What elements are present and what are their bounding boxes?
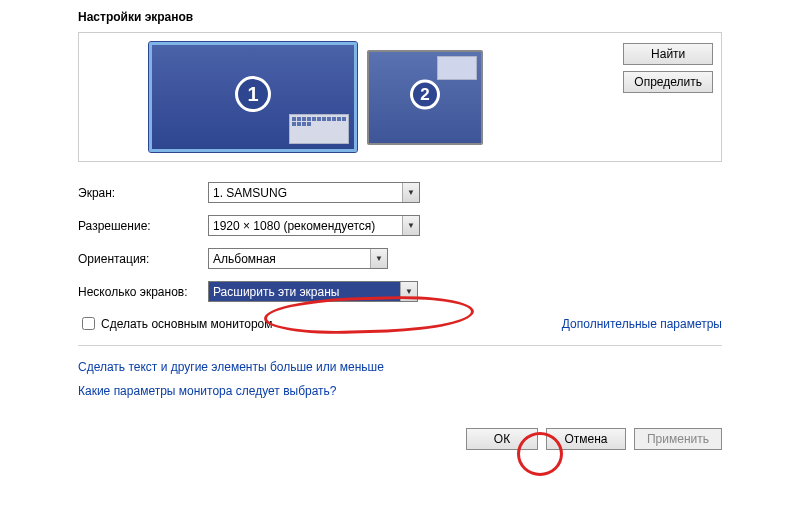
screen-label: Экран: [78,186,208,200]
multiple-displays-dropdown-value: Расширить эти экраны [213,285,400,299]
chevron-down-icon: ▼ [400,282,417,301]
resolution-dropdown-value: 1920 × 1080 (рекомендуется) [213,219,402,233]
text-size-link[interactable]: Сделать текст и другие элементы больше и… [78,360,384,374]
orientation-label: Ориентация: [78,252,208,266]
monitor-2-number: 2 [410,80,440,110]
chevron-down-icon: ▼ [402,183,419,202]
detect-button[interactable]: Определить [623,71,713,93]
make-primary-label: Сделать основным монитором [101,317,273,331]
multiple-displays-label: Несколько экранов: [78,285,208,299]
find-button[interactable]: Найти [623,43,713,65]
monitor-2[interactable]: 2 [367,50,483,145]
page-title: Настройки экранов [78,10,722,24]
monitor-1-taskbar-icon [289,114,349,144]
monitor-2-taskbar-icon [437,56,477,80]
multiple-displays-dropdown[interactable]: Расширить эти экраны ▼ [208,281,418,302]
resolution-label: Разрешение: [78,219,208,233]
resolution-dropdown[interactable]: 1920 × 1080 (рекомендуется) ▼ [208,215,420,236]
orientation-dropdown-value: Альбомная [213,252,370,266]
cancel-button[interactable]: Отмена [546,428,626,450]
chevron-down-icon: ▼ [370,249,387,268]
ok-button[interactable]: ОК [466,428,538,450]
monitor-1-number: 1 [235,76,271,112]
orientation-dropdown[interactable]: Альбомная ▼ [208,248,388,269]
chevron-down-icon: ▼ [402,216,419,235]
screen-dropdown[interactable]: 1. SAMSUNG ▼ [208,182,420,203]
display-preview: 1 2 Найти Определить [78,32,722,162]
monitor-params-help-link[interactable]: Какие параметры монитора следует выбрать… [78,384,337,398]
make-primary-checkbox[interactable] [82,317,95,330]
divider [78,345,722,346]
apply-button: Применить [634,428,722,450]
advanced-settings-link[interactable]: Дополнительные параметры [562,317,722,331]
monitor-1[interactable]: 1 [149,42,357,152]
screen-dropdown-value: 1. SAMSUNG [213,186,402,200]
